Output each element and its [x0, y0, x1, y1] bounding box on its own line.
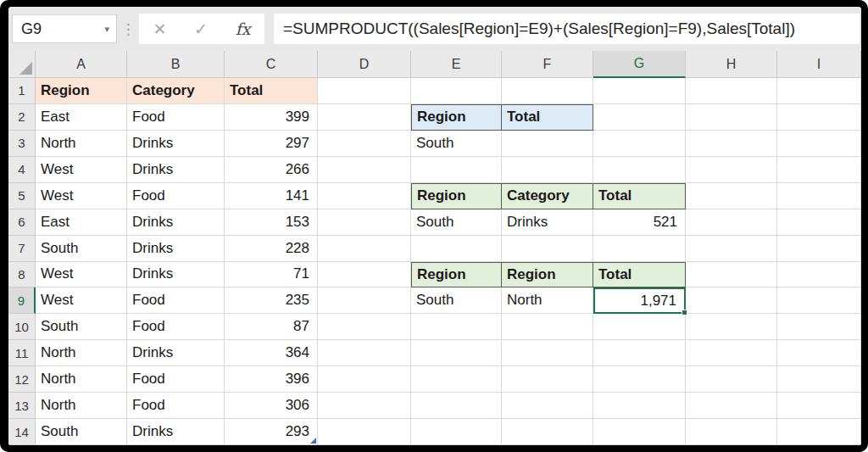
cell-B3[interactable]: Drinks — [127, 131, 225, 157]
cell-G7[interactable] — [593, 236, 686, 262]
cell-F10[interactable] — [502, 314, 593, 340]
cell-E8[interactable]: Region — [411, 262, 502, 288]
cell-G13[interactable] — [593, 393, 686, 419]
row-header-1[interactable]: 1 — [8, 78, 36, 104]
cell-E1[interactable] — [411, 78, 502, 104]
column-header-B[interactable]: B — [127, 51, 225, 78]
row-header-4[interactable]: 4 — [8, 157, 36, 183]
cell-B7[interactable]: Drinks — [127, 236, 225, 262]
cell-E3[interactable]: South — [411, 131, 502, 157]
cell-B1[interactable]: Category — [127, 78, 225, 104]
cell-E4[interactable] — [411, 157, 502, 183]
cell-A1[interactable]: Region — [36, 78, 127, 104]
cell-F5[interactable]: Category — [502, 183, 593, 209]
cell-H5[interactable] — [686, 183, 777, 209]
cell-D12[interactable] — [318, 366, 411, 393]
cell-C2[interactable]: 399 — [225, 104, 318, 131]
cell-H9[interactable] — [686, 287, 777, 314]
cell-G1[interactable] — [593, 78, 686, 104]
cell-F3[interactable] — [502, 131, 593, 157]
cell-H13[interactable] — [686, 393, 777, 419]
cell-G12[interactable] — [593, 366, 686, 393]
cell-H11[interactable] — [686, 340, 777, 366]
cell-G6[interactable]: 521 — [593, 209, 686, 236]
formula-input[interactable]: =SUMPRODUCT((Sales[Region]=E9)+(Sales[Re… — [274, 14, 860, 44]
row-header-7[interactable]: 7 — [8, 236, 36, 262]
cell-A10[interactable]: South — [36, 314, 127, 340]
cell-A11[interactable]: North — [36, 340, 127, 366]
cell-D11[interactable] — [318, 340, 411, 366]
cell-I10[interactable] — [777, 314, 861, 340]
cell-D4[interactable] — [318, 157, 411, 183]
row-header-11[interactable]: 11 — [8, 340, 36, 366]
cell-I1[interactable] — [777, 78, 861, 104]
cell-G5[interactable]: Total — [593, 183, 686, 209]
row-header-3[interactable]: 3 — [8, 131, 36, 157]
cell-H7[interactable] — [686, 236, 777, 262]
cell-B4[interactable]: Drinks — [127, 157, 225, 183]
cell-B9[interactable]: Food — [127, 287, 225, 314]
column-header-E[interactable]: E — [411, 51, 502, 78]
select-all-corner[interactable] — [8, 51, 36, 78]
row-header-6[interactable]: 6 — [8, 209, 36, 236]
cell-H14[interactable] — [686, 419, 777, 445]
cell-F6[interactable]: Drinks — [502, 209, 593, 236]
cell-F7[interactable] — [502, 236, 593, 262]
cell-H12[interactable] — [686, 366, 777, 393]
cell-E12[interactable] — [411, 366, 502, 393]
cell-G9[interactable]: 1,971 — [593, 287, 686, 314]
cell-D6[interactable] — [318, 209, 411, 236]
row-header-2[interactable]: 2 — [8, 104, 36, 131]
column-header-I[interactable]: I — [777, 51, 861, 78]
cell-A8[interactable]: West — [36, 262, 127, 288]
cell-D8[interactable] — [318, 262, 411, 288]
cell-H8[interactable] — [686, 262, 777, 288]
cell-D10[interactable] — [318, 314, 411, 340]
cell-I8[interactable] — [777, 262, 861, 288]
cell-F11[interactable] — [502, 340, 593, 366]
cell-F1[interactable] — [502, 78, 593, 104]
cell-D13[interactable] — [318, 393, 411, 419]
cell-C13[interactable]: 306 — [225, 393, 318, 419]
cell-G2[interactable] — [593, 104, 686, 131]
cell-F13[interactable] — [502, 393, 593, 419]
cell-C5[interactable]: 141 — [225, 183, 318, 209]
name-box[interactable]: G9 ▾ — [12, 14, 117, 43]
cell-D1[interactable] — [318, 78, 411, 104]
row-header-10[interactable]: 10 — [8, 314, 36, 340]
cell-B2[interactable]: Food — [127, 104, 225, 131]
column-header-A[interactable]: A — [36, 51, 127, 78]
row-header-14[interactable]: 14 — [8, 419, 36, 445]
row-header-12[interactable]: 12 — [8, 366, 36, 393]
cell-C11[interactable]: 364 — [225, 340, 318, 366]
column-header-H[interactable]: H — [686, 51, 777, 78]
cell-C6[interactable]: 153 — [225, 209, 318, 236]
cell-A5[interactable]: West — [36, 183, 127, 209]
cell-E11[interactable] — [411, 340, 502, 366]
cell-C4[interactable]: 266 — [225, 157, 318, 183]
row-header-13[interactable]: 13 — [8, 393, 36, 419]
cell-G10[interactable] — [593, 314, 686, 340]
cell-B12[interactable]: Food — [127, 366, 225, 393]
cell-D5[interactable] — [318, 183, 411, 209]
cell-A13[interactable]: North — [36, 393, 127, 419]
cell-G3[interactable] — [593, 131, 686, 157]
cell-D3[interactable] — [318, 131, 411, 157]
cell-I11[interactable] — [777, 340, 861, 366]
name-box-dropdown-icon[interactable]: ▾ — [104, 24, 109, 35]
cell-B8[interactable]: Drinks — [127, 262, 225, 288]
column-header-F[interactable]: F — [502, 51, 593, 78]
cell-C9[interactable]: 235 — [225, 287, 318, 314]
cell-I3[interactable] — [777, 131, 861, 157]
cell-E6[interactable]: South — [411, 209, 502, 236]
cell-I9[interactable] — [777, 287, 861, 314]
cell-A14[interactable]: South — [36, 419, 127, 445]
cell-A7[interactable]: South — [36, 236, 127, 262]
cell-I12[interactable] — [777, 366, 861, 393]
cell-F8[interactable]: Region — [502, 262, 593, 288]
cell-G14[interactable] — [593, 419, 686, 445]
cell-C1[interactable]: Total — [225, 78, 318, 104]
cell-A6[interactable]: East — [36, 209, 127, 236]
cell-A12[interactable]: North — [36, 366, 127, 393]
cell-F4[interactable] — [502, 157, 593, 183]
